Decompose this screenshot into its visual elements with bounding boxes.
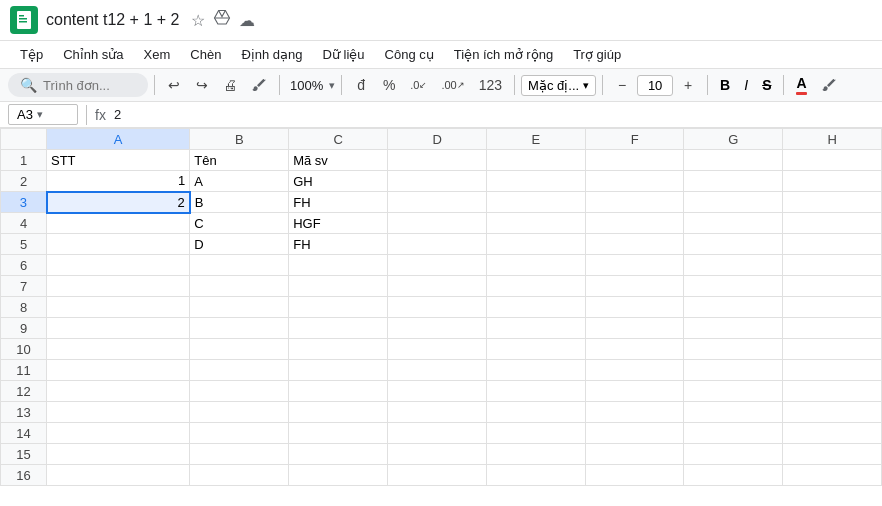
- cell[interactable]: [684, 339, 783, 360]
- cell[interactable]: [289, 465, 388, 486]
- col-header-b[interactable]: B: [190, 129, 289, 150]
- cell[interactable]: [388, 297, 487, 318]
- row-header-9[interactable]: 9: [1, 318, 47, 339]
- cell[interactable]: [684, 171, 783, 192]
- bold-button[interactable]: B: [714, 74, 736, 96]
- cell[interactable]: [684, 465, 783, 486]
- cell[interactable]: [783, 276, 882, 297]
- text-color-button[interactable]: A: [790, 72, 812, 98]
- row-header-15[interactable]: 15: [1, 444, 47, 465]
- cell[interactable]: [289, 255, 388, 276]
- cell[interactable]: [684, 423, 783, 444]
- cell[interactable]: [190, 255, 289, 276]
- cell[interactable]: [783, 297, 882, 318]
- cell[interactable]: [783, 150, 882, 171]
- print-button[interactable]: 🖨: [217, 73, 243, 97]
- cell[interactable]: [783, 402, 882, 423]
- cell[interactable]: [47, 402, 190, 423]
- cell[interactable]: [388, 234, 487, 255]
- row-header-12[interactable]: 12: [1, 381, 47, 402]
- cell[interactable]: [684, 360, 783, 381]
- cell[interactable]: [783, 213, 882, 234]
- menu-view[interactable]: Xem: [134, 43, 181, 66]
- col-header-d[interactable]: D: [388, 129, 487, 150]
- cell[interactable]: HGF: [289, 213, 388, 234]
- cell[interactable]: [190, 318, 289, 339]
- cell[interactable]: [47, 381, 190, 402]
- cell[interactable]: [289, 297, 388, 318]
- cell-ref-dropdown[interactable]: ▾: [37, 108, 43, 121]
- cell[interactable]: [684, 402, 783, 423]
- cell[interactable]: [388, 381, 487, 402]
- cell[interactable]: [684, 192, 783, 213]
- cell[interactable]: [388, 423, 487, 444]
- row-header-3[interactable]: 3: [1, 192, 47, 213]
- cell[interactable]: [388, 444, 487, 465]
- cell[interactable]: [585, 276, 684, 297]
- cell[interactable]: [388, 339, 487, 360]
- cell[interactable]: [487, 276, 586, 297]
- cell[interactable]: [585, 297, 684, 318]
- cell[interactable]: [783, 171, 882, 192]
- cell[interactable]: [388, 465, 487, 486]
- cell[interactable]: [388, 150, 487, 171]
- cell[interactable]: [684, 444, 783, 465]
- decimal-inc-btn[interactable]: .00↗: [435, 75, 470, 95]
- cell[interactable]: A: [190, 171, 289, 192]
- cell[interactable]: [487, 465, 586, 486]
- cell[interactable]: [783, 444, 882, 465]
- font-format-select[interactable]: Mặc đị... ▾: [521, 75, 596, 96]
- font-format-dropdown[interactable]: ▾: [583, 79, 589, 92]
- row-header-8[interactable]: 8: [1, 297, 47, 318]
- cell[interactable]: [47, 213, 190, 234]
- search-box[interactable]: 🔍: [8, 73, 148, 97]
- cell[interactable]: [47, 444, 190, 465]
- cell-reference-box[interactable]: A3 ▾: [8, 104, 78, 125]
- cell[interactable]: [190, 423, 289, 444]
- cell[interactable]: [47, 465, 190, 486]
- cell[interactable]: [388, 360, 487, 381]
- col-header-g[interactable]: G: [684, 129, 783, 150]
- cell[interactable]: [487, 339, 586, 360]
- cell[interactable]: [783, 423, 882, 444]
- cell[interactable]: [190, 339, 289, 360]
- cloud-icon[interactable]: ☁: [239, 11, 255, 30]
- cell[interactable]: STT: [47, 150, 190, 171]
- cell[interactable]: [190, 402, 289, 423]
- cell[interactable]: [684, 297, 783, 318]
- cell[interactable]: 2: [47, 192, 190, 213]
- cell[interactable]: GH: [289, 171, 388, 192]
- strikethrough-button[interactable]: S: [756, 74, 777, 96]
- cell[interactable]: [388, 402, 487, 423]
- cell[interactable]: D: [190, 234, 289, 255]
- row-header-16[interactable]: 16: [1, 465, 47, 486]
- cell[interactable]: [487, 213, 586, 234]
- cell[interactable]: FH: [289, 234, 388, 255]
- cell[interactable]: [289, 276, 388, 297]
- cell[interactable]: [684, 150, 783, 171]
- cell[interactable]: [487, 150, 586, 171]
- cell[interactable]: [783, 192, 882, 213]
- zoom-control[interactable]: 100% ▾: [286, 76, 335, 95]
- cell[interactable]: [388, 276, 487, 297]
- cell[interactable]: [47, 360, 190, 381]
- cell[interactable]: [684, 255, 783, 276]
- menu-file[interactable]: Tệp: [10, 43, 53, 66]
- cell[interactable]: [783, 339, 882, 360]
- cell[interactable]: [388, 171, 487, 192]
- cell[interactable]: [388, 192, 487, 213]
- cell[interactable]: [585, 423, 684, 444]
- row-header-4[interactable]: 4: [1, 213, 47, 234]
- search-input[interactable]: [43, 78, 133, 93]
- currency-btn[interactable]: đ: [348, 73, 374, 97]
- col-header-c[interactable]: C: [289, 129, 388, 150]
- cell[interactable]: [487, 297, 586, 318]
- cell[interactable]: [684, 381, 783, 402]
- cell[interactable]: [487, 192, 586, 213]
- cell[interactable]: [585, 192, 684, 213]
- cell[interactable]: [585, 234, 684, 255]
- cell[interactable]: [289, 360, 388, 381]
- cell[interactable]: [190, 465, 289, 486]
- cell[interactable]: [388, 255, 487, 276]
- cell[interactable]: [585, 465, 684, 486]
